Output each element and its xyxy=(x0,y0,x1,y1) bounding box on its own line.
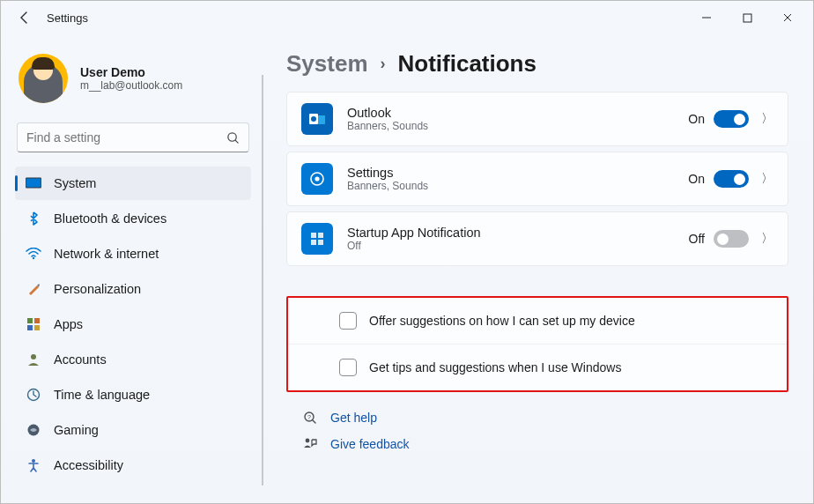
close-button[interactable] xyxy=(767,4,808,31)
toggle-switch[interactable] xyxy=(714,110,749,128)
svg-point-14 xyxy=(311,116,316,122)
svg-point-16 xyxy=(314,176,319,181)
toggle-state-label: On xyxy=(688,112,705,126)
svg-rect-17 xyxy=(311,233,316,238)
app-row-outlook[interactable]: Outlook Banners, Sounds On 〉 xyxy=(286,92,788,146)
app-subtitle: Off xyxy=(347,240,689,252)
svg-rect-0 xyxy=(744,14,751,22)
help-icon: ? xyxy=(302,410,318,426)
help-links: ? Get help Give feedback xyxy=(286,410,788,452)
nav-label: Time & language xyxy=(54,388,150,402)
chevron-right-icon: 〉 xyxy=(761,231,773,247)
sidebar-item-network[interactable]: Network & internet xyxy=(15,237,251,271)
app-subtitle: Banners, Sounds xyxy=(347,120,688,132)
app-row-startup[interactable]: Startup App Notification Off Off 〉 xyxy=(286,211,788,266)
nav-label: Accounts xyxy=(54,352,107,367)
nav-label: Accessibility xyxy=(54,458,123,472)
svg-rect-18 xyxy=(318,233,323,238)
search-input[interactable] xyxy=(26,130,226,145)
sidebar: User Demo m__lab@outlook.com System Blue… xyxy=(1,34,262,503)
search-box[interactable] xyxy=(17,122,249,152)
checkbox[interactable] xyxy=(339,312,357,330)
window-controls xyxy=(686,4,808,31)
back-button[interactable] xyxy=(13,6,36,29)
breadcrumb: System › Notifications xyxy=(286,50,788,78)
nav-label: Bluetooth & devices xyxy=(54,211,166,226)
sidebar-item-apps[interactable]: Apps xyxy=(15,308,251,341)
sidebar-item-time[interactable]: Time & language xyxy=(15,378,251,411)
option-label: Offer suggestions on how I can set up my… xyxy=(369,314,635,328)
app-row-settings[interactable]: Settings Banners, Sounds On 〉 xyxy=(286,152,788,206)
app-title: Startup App Notification xyxy=(347,226,689,240)
chevron-right-icon: 〉 xyxy=(761,111,773,127)
nav-label: Network & internet xyxy=(54,247,159,261)
link-label: Get help xyxy=(330,411,377,425)
option-get-tips[interactable]: Get tips and suggestions when I use Wind… xyxy=(288,345,787,390)
toggle-state-label: On xyxy=(688,172,705,186)
toggle-switch[interactable] xyxy=(714,230,749,248)
checkbox[interactable] xyxy=(339,359,357,376)
get-help-link[interactable]: ? Get help xyxy=(302,410,788,426)
back-icon xyxy=(18,11,32,25)
toggle-state-label: Off xyxy=(689,232,705,246)
sidebar-item-accounts[interactable]: Accounts xyxy=(15,343,251,376)
sidebar-item-gaming[interactable]: Gaming xyxy=(15,413,251,447)
svg-rect-2 xyxy=(26,178,41,188)
feedback-icon xyxy=(302,436,318,452)
settings-window: Settings User Demo m__lab@outlook.com xyxy=(0,0,814,504)
profile-block[interactable]: User Demo m__lab@outlook.com xyxy=(15,50,251,119)
app-subtitle: Banners, Sounds xyxy=(347,180,688,192)
svg-rect-7 xyxy=(27,325,33,330)
option-label: Get tips and suggestions when I use Wind… xyxy=(369,360,621,374)
svg-text:?: ? xyxy=(307,414,311,420)
svg-point-9 xyxy=(31,354,36,359)
startup-icon xyxy=(301,223,333,255)
main-panel: System › Notifications Outlook Banners, … xyxy=(262,34,813,503)
accessibility-icon xyxy=(26,457,41,473)
apps-icon xyxy=(26,316,41,332)
avatar xyxy=(18,54,68,103)
sidebar-item-accessibility[interactable]: Accessibility xyxy=(15,448,251,482)
option-offer-suggestions[interactable]: Offer suggestions on how I can set up my… xyxy=(288,298,787,345)
titlebar: Settings xyxy=(1,1,813,34)
nav-label: Apps xyxy=(54,317,83,331)
gaming-icon xyxy=(26,422,41,438)
svg-rect-19 xyxy=(311,240,316,245)
sidebar-item-system[interactable]: System xyxy=(15,167,251,200)
svg-rect-8 xyxy=(34,325,40,330)
nav-label: Personalization xyxy=(54,282,141,296)
svg-rect-20 xyxy=(318,240,323,245)
maximize-button[interactable] xyxy=(727,4,767,31)
app-title: Settings xyxy=(347,166,688,180)
bluetooth-icon xyxy=(26,211,41,226)
sidebar-item-personalization[interactable]: Personalization xyxy=(15,272,251,306)
nav-label: System xyxy=(54,176,96,190)
svg-point-12 xyxy=(32,459,35,463)
profile-name: User Demo xyxy=(80,65,182,79)
highlighted-options-group: Offer suggestions on how I can set up my… xyxy=(286,296,788,392)
nav-list: System Bluetooth & devices Network & int… xyxy=(15,167,251,482)
app-title: Outlook xyxy=(347,106,688,120)
settings-app-icon xyxy=(301,163,333,195)
link-label: Give feedback xyxy=(330,437,410,451)
profile-email: m__lab@outlook.com xyxy=(80,79,182,92)
minimize-button[interactable] xyxy=(686,4,727,31)
search-icon xyxy=(226,131,240,145)
outlook-icon xyxy=(301,103,333,135)
breadcrumb-parent[interactable]: System xyxy=(286,50,368,78)
window-title: Settings xyxy=(47,11,88,25)
clock-icon xyxy=(26,387,41,403)
toggle-switch[interactable] xyxy=(714,170,749,188)
wifi-icon xyxy=(26,246,41,262)
nav-label: Gaming xyxy=(54,423,99,437)
svg-point-1 xyxy=(228,132,236,140)
svg-point-23 xyxy=(306,439,310,443)
svg-rect-5 xyxy=(27,318,33,323)
sidebar-item-bluetooth[interactable]: Bluetooth & devices xyxy=(15,202,251,235)
svg-rect-6 xyxy=(34,318,40,323)
give-feedback-link[interactable]: Give feedback xyxy=(302,436,788,452)
scroll-indicator xyxy=(262,75,263,485)
brush-icon xyxy=(26,281,41,297)
chevron-right-icon: › xyxy=(381,55,386,73)
person-icon xyxy=(26,352,41,367)
